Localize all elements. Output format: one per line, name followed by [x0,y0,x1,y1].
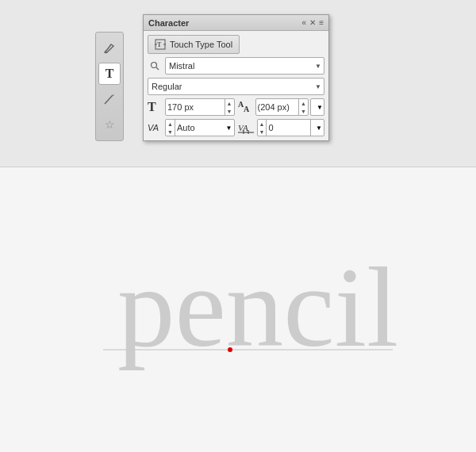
kerning-icon: VA [148,123,163,132]
canvas-text: pencil [117,243,398,370]
touch-type-button[interactable]: T Touch Type Tool [148,35,240,54]
font-name-select-wrapper: Mistral Arial Times New Roman ▼ [165,57,324,75]
kerning-tracking-row: VA ▲ ▼ Auto 0 Optical ▼ [148,119,324,136]
star-tool-btn[interactable]: ☆ [98,113,121,136]
panel-close-icon[interactable]: ✕ [309,18,316,27]
left-toolbar: T ☆ [95,32,124,141]
svg-line-7 [156,67,159,70]
font-size-spinners: ▲ ▼ [225,99,234,115]
kerning-select-container: Auto 0 Optical ▼ [175,123,234,132]
canvas-area: pencil [0,167,476,452]
font-size-input[interactable] [166,102,225,112]
type-tool-btn[interactable]: T [98,63,121,85]
font-size-leading-row: T ▲ ▼ A A [148,98,324,116]
panel-body: T Touch Type Tool Mistral Arial Times [144,31,328,140]
leading-select[interactable] [310,98,324,116]
panel-titlebar: Character « ✕ ≡ [144,15,328,31]
canvas-svg: pencil [0,167,476,452]
tracking-icon: VA [238,121,255,134]
tracking-select[interactable] [311,120,324,136]
font-style-select-wrapper: Regular Bold Italic ▼ [148,78,324,95]
font-name-row: Mistral Arial Times New Roman ▼ [148,57,324,75]
search-icon-wrap [148,61,162,71]
font-name-select[interactable]: Mistral Arial Times New Roman [165,57,324,75]
touch-type-label: Touch Type Tool [170,40,232,49]
svg-line-1 [105,95,113,104]
panel-menu-icon[interactable]: ≡ [319,18,324,27]
font-style-row: Regular Bold Italic ▼ [148,78,324,95]
svg-point-0 [106,51,107,52]
kerning-group: VA ▲ ▼ Auto 0 Optical ▼ [148,119,235,136]
svg-point-6 [152,63,157,68]
kerning-spinners: ▲ ▼ [166,120,175,136]
font-size-spin-up[interactable]: ▲ [225,99,234,107]
font-size-icon: T [148,100,163,114]
touch-type-icon: T [155,39,166,50]
kerning-spin-down[interactable]: ▼ [166,128,175,136]
leading-icon: A A [238,101,254,113]
font-size-input-wrap: ▲ ▼ [165,98,235,116]
panel-title: Character [148,18,189,28]
leading-spin-up[interactable]: ▲ [299,99,308,107]
tracking-spin-up[interactable]: ▲ [258,120,267,128]
leading-input-wrap: ▲ ▼ [255,98,309,116]
leading-spinners: ▲ ▼ [298,99,308,115]
svg-text:VA: VA [238,123,248,132]
leading-group: A A ▲ ▼ ▼ [238,98,325,116]
tracking-group: VA ▲ ▼ ▼ [238,119,325,136]
kerning-select[interactable]: Auto 0 Optical [175,123,234,132]
font-style-select[interactable]: Regular Bold Italic [148,78,324,95]
tracking-select-container: ▼ [310,120,324,136]
tracking-input-wrap: ▲ ▼ ▼ [257,119,325,136]
kerning-spin-up[interactable]: ▲ [166,120,175,128]
tracking-input[interactable] [267,123,310,132]
panel-collapse-icon[interactable]: « [302,18,307,27]
character-panel: Character « ✕ ≡ T Touch Type Tool [143,14,329,141]
kerning-input-wrap: ▲ ▼ Auto 0 Optical ▼ [165,119,235,136]
font-size-group: T ▲ ▼ [148,98,235,116]
pen-tool-btn[interactable] [98,88,121,110]
panel-controls: « ✕ ≡ [302,18,324,27]
brush-tool-btn[interactable] [98,37,121,59]
tracking-spinners: ▲ ▼ [258,120,267,136]
leading-select-wrap: ▼ [310,98,324,116]
tracking-spin-down[interactable]: ▼ [258,128,267,136]
leading-input[interactable] [256,102,299,112]
svg-text:A: A [244,105,250,113]
font-size-spin-down[interactable]: ▼ [225,107,234,115]
svg-text:T: T [157,41,162,48]
leading-spin-down[interactable]: ▼ [299,107,308,115]
search-icon [150,61,159,71]
